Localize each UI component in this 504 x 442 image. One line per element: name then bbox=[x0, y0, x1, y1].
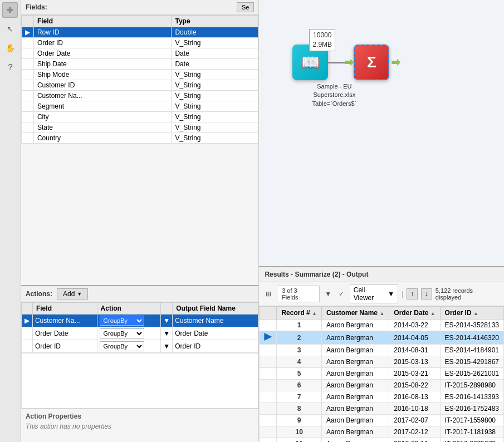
col-field-header[interactable]: Field bbox=[33, 16, 172, 27]
order-id-cell: ES-2014-3528133 bbox=[440, 320, 503, 331]
action-select[interactable]: GroupBy Sum Count Avg bbox=[100, 316, 144, 326]
table-row: 6 Aaron Bergman 2015-08-22 IT-2015-28989… bbox=[260, 380, 504, 391]
left-panel: Fields: Se Field Type ▶ Row ID Double Or… bbox=[21, 0, 259, 442]
col-type-header[interactable]: Type bbox=[172, 16, 258, 27]
table-row[interactable]: Segment V_String bbox=[21, 101, 258, 112]
table-row[interactable]: Order ID V_String bbox=[21, 38, 258, 48]
col-orderid-header[interactable]: Order ID ▲ bbox=[440, 307, 503, 320]
play-icon bbox=[264, 333, 272, 341]
field-cell: Customer ID bbox=[33, 80, 172, 91]
table-row[interactable]: Customer ID V_String bbox=[21, 80, 258, 91]
customer-name-cell: Aaron Bergman bbox=[322, 415, 389, 426]
action-select[interactable]: GroupBy Sum Count Avg bbox=[100, 341, 144, 351]
pointer-icon[interactable]: ↖ bbox=[2, 21, 18, 37]
cell-viewer-dropdown[interactable]: Cell Viewer ▼ bbox=[350, 284, 398, 303]
arrow-cell bbox=[21, 112, 33, 122]
col-orderdate-header[interactable]: Order Date ▲ bbox=[389, 307, 440, 320]
sort-asc-button[interactable]: ↑ bbox=[407, 288, 418, 299]
check-icon[interactable]: ✓ bbox=[336, 289, 346, 299]
table-row[interactable]: Order Date GroupBy Sum Count Avg ▼ Order… bbox=[21, 327, 258, 340]
connector bbox=[328, 59, 354, 66]
order-id-cell: ES-2014-4184901 bbox=[440, 345, 503, 356]
order-date-cell: 2017-03-11 bbox=[389, 438, 440, 443]
grid-icon[interactable]: ⊞ bbox=[263, 289, 273, 299]
cell-viewer-label: Cell Viewer bbox=[354, 286, 386, 302]
order-date-cell: 2014-04-05 bbox=[389, 331, 440, 345]
results-section: Results - Summarize (2) - Output ⊞ 3 of … bbox=[259, 267, 504, 442]
customer-name-cell: Aaron Bergman bbox=[322, 403, 389, 415]
order-date-cell: 2015-03-13 bbox=[389, 356, 440, 368]
action-cell[interactable]: GroupBy Sum Count Avg bbox=[97, 340, 161, 353]
action-properties-title: Action Properties bbox=[26, 412, 254, 420]
table-row[interactable]: Order Date Date bbox=[21, 48, 258, 59]
move-icon[interactable]: ✛ bbox=[2, 2, 18, 18]
table-row[interactable]: Order ID GroupBy Sum Count Avg ▼ Order I… bbox=[21, 340, 258, 353]
order-date-cell: 2014-08-31 bbox=[389, 345, 440, 356]
col-record-header[interactable]: Record # ▲ bbox=[277, 307, 322, 320]
record-num-cell: 10 bbox=[277, 426, 322, 438]
action-cell[interactable]: GroupBy Sum Count Avg bbox=[97, 327, 161, 340]
order-id-cell: IT-2015-2898980 bbox=[440, 380, 503, 391]
canvas-area[interactable]: 10000 2.9MB 📖 Σ Sample - EUSuperstore.xl… bbox=[259, 0, 504, 267]
actions-section: Actions: Add ▼ Field Action Output Field… bbox=[21, 286, 258, 442]
field-cell: Order ID bbox=[32, 340, 97, 353]
records-count: 5,122 records displayed bbox=[436, 287, 500, 301]
add-button[interactable]: Add ▼ bbox=[57, 288, 88, 299]
arrow-cell bbox=[21, 340, 32, 353]
table-row[interactable]: Ship Mode V_String bbox=[21, 70, 258, 80]
record-num-cell: 4 bbox=[277, 356, 322, 368]
type-cell: V_String bbox=[172, 133, 258, 144]
dropdown-arrow-icon: ▼ bbox=[77, 291, 82, 297]
actions-label: Actions: bbox=[26, 290, 52, 298]
actions-col-action-header[interactable]: Action bbox=[97, 303, 161, 315]
table-row[interactable]: City V_String bbox=[21, 112, 258, 122]
action-properties: Action Properties This action has no pro… bbox=[21, 409, 258, 434]
record-num-cell: 5 bbox=[277, 368, 322, 380]
input-node[interactable]: 10000 2.9MB 📖 bbox=[292, 45, 328, 80]
customer-sort-icon: ▲ bbox=[379, 311, 384, 316]
table-row: 1 Aaron Bergman 2014-03-22 ES-2014-35281… bbox=[260, 320, 504, 331]
order-date-cell: 2014-03-22 bbox=[389, 320, 440, 331]
record-num-cell: 1 bbox=[277, 320, 322, 331]
table-row[interactable]: Country V_String bbox=[21, 133, 258, 144]
icon-cell bbox=[260, 356, 277, 368]
type-cell: V_String bbox=[172, 70, 258, 80]
output-cell: Customer Name bbox=[173, 315, 258, 327]
actions-col-field-header[interactable]: Field bbox=[32, 303, 97, 315]
table-row[interactable]: Ship Date Date bbox=[21, 59, 258, 70]
results-table-container: Record # ▲ Customer Name ▲ Order Date ▲ … bbox=[259, 306, 504, 442]
table-row: 4 Aaron Bergman 2015-03-13 ES-2015-42918… bbox=[260, 356, 504, 368]
arrow-cell bbox=[21, 122, 33, 133]
sidebar: ✛ ↖ ✋ ? bbox=[0, 0, 21, 442]
table-row[interactable]: State V_String bbox=[21, 122, 258, 133]
table-row[interactable]: ▶ Customer Na... GroupBy Sum Count Avg ▼… bbox=[21, 315, 258, 327]
record-num-cell: 3 bbox=[277, 345, 322, 356]
order-id-cell: IT-2017-3675672 bbox=[440, 438, 503, 443]
type-cell: V_String bbox=[172, 80, 258, 91]
record-sort-icon: ▲ bbox=[312, 311, 317, 316]
field-cell: Order ID bbox=[33, 38, 172, 48]
col-customer-header[interactable]: Customer Name ▲ bbox=[322, 307, 389, 320]
question-icon[interactable]: ? bbox=[2, 59, 18, 75]
down-arrow-icon[interactable]: ▼ bbox=[323, 289, 333, 299]
actions-col-output-header[interactable]: Output Field Name bbox=[173, 303, 258, 315]
orderdate-sort-icon: ▲ bbox=[430, 311, 436, 316]
action-select[interactable]: GroupBy Sum Count Avg bbox=[100, 328, 144, 338]
table-row[interactable]: ▶ Row ID Double bbox=[21, 27, 258, 38]
field-cell: Customer Na... bbox=[33, 91, 172, 101]
arrow-cell bbox=[21, 91, 33, 101]
table-row: 7 Aaron Bergman 2016-08-13 ES-2016-14133… bbox=[260, 391, 504, 403]
field-cell: State bbox=[33, 122, 172, 133]
table-row: 3 Aaron Bergman 2014-08-31 ES-2014-41849… bbox=[260, 345, 504, 356]
arrow-cell bbox=[21, 80, 33, 91]
action-cell[interactable]: GroupBy Sum Count Avg bbox=[97, 315, 161, 327]
search-button[interactable]: Se bbox=[237, 2, 254, 12]
summarize-node[interactable]: Σ bbox=[354, 45, 389, 80]
hand-icon[interactable]: ✋ bbox=[2, 40, 18, 56]
results-header: Results - Summarize (2) - Output bbox=[259, 267, 504, 282]
order-date-cell: 2016-10-18 bbox=[389, 403, 440, 415]
flow-arrow-icon bbox=[345, 59, 354, 66]
record-num-cell: 9 bbox=[277, 415, 322, 426]
table-row[interactable]: Customer Na... V_String bbox=[21, 91, 258, 101]
sort-desc-button[interactable]: ↓ bbox=[421, 288, 432, 299]
